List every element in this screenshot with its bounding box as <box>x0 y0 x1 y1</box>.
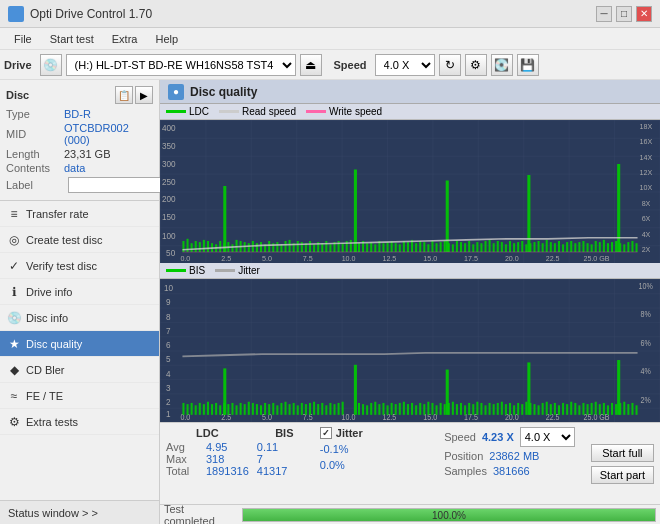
jitter-checkbox[interactable]: ✓ <box>320 427 332 439</box>
drive-select[interactable]: (H:) HL-DT-ST BD-RE WH16NS58 TST4 <box>66 54 296 76</box>
minimize-button[interactable]: ─ <box>596 6 612 22</box>
svg-rect-193 <box>252 403 254 415</box>
refresh-button[interactable]: ↻ <box>439 54 461 76</box>
menu-extra[interactable]: Extra <box>104 31 146 47</box>
svg-rect-119 <box>529 243 531 252</box>
jitter-header: Jitter <box>336 427 363 439</box>
svg-rect-66 <box>325 241 327 252</box>
drive-icon-btn[interactable]: 💿 <box>40 54 62 76</box>
nav-create-test-disc[interactable]: ◎ Create test disc <box>0 227 159 253</box>
svg-text:8: 8 <box>166 311 171 322</box>
start-full-button[interactable]: Start full <box>591 444 654 462</box>
nav-cd-bler[interactable]: ◆ CD Bler <box>0 357 159 383</box>
svg-rect-214 <box>338 403 340 415</box>
total-label-1: Total <box>166 465 202 477</box>
menu-file[interactable]: File <box>6 31 40 47</box>
nav-verify-test-disc[interactable]: ✓ Verify test disc <box>0 253 159 279</box>
svg-rect-217 <box>358 403 360 415</box>
maximize-button[interactable]: □ <box>616 6 632 22</box>
svg-rect-181 <box>207 402 209 415</box>
svg-rect-244 <box>464 405 466 415</box>
start-part-button[interactable]: Start part <box>591 466 654 484</box>
nav-drive-info[interactable]: ℹ Drive info <box>0 279 159 305</box>
svg-rect-215 <box>342 402 344 415</box>
fe-te-icon: ≈ <box>6 388 22 404</box>
svg-text:3: 3 <box>166 382 171 393</box>
nav-disc-info[interactable]: 💿 Disc info <box>0 305 159 331</box>
nav-drive-info-label: Drive info <box>26 286 72 298</box>
svg-rect-106 <box>480 243 482 252</box>
close-button[interactable]: ✕ <box>636 6 652 22</box>
disc-icon-btn-1[interactable]: 📋 <box>115 86 133 104</box>
svg-text:16X: 16X <box>640 137 653 146</box>
speed-select[interactable]: 4.0 X <box>375 54 435 76</box>
status-window-button[interactable]: Status window > > <box>0 500 159 524</box>
svg-rect-199 <box>276 405 278 415</box>
svg-rect-77 <box>366 243 368 252</box>
chart2-svg: 10 9 8 7 6 5 4 3 2 1 10% 8% 6% 4% 2% <box>160 279 660 422</box>
svg-rect-243 <box>460 403 462 415</box>
nav-transfer-rate[interactable]: ≡ Transfer rate <box>0 201 159 227</box>
svg-text:4X: 4X <box>642 229 651 238</box>
svg-rect-108 <box>489 240 491 252</box>
bis-header: BIS <box>257 427 312 439</box>
svg-rect-132 <box>582 241 584 252</box>
nav-disc-quality[interactable]: ★ Disc quality <box>0 331 159 357</box>
nav-extra-tests[interactable]: ⚙ Extra tests <box>0 409 159 435</box>
disc-mid-label: MID <box>6 128 64 140</box>
svg-rect-264 <box>542 403 544 415</box>
extra-tests-icon: ⚙ <box>6 414 22 430</box>
jitter-section: ✓ Jitter -0.1% 0.0% <box>320 427 363 500</box>
nav-transfer-rate-label: Transfer rate <box>26 208 89 220</box>
svg-rect-246 <box>472 404 474 415</box>
svg-text:2: 2 <box>166 397 171 408</box>
titlebar-title: Opti Drive Control 1.70 <box>30 7 152 21</box>
svg-text:12.5: 12.5 <box>382 254 396 263</box>
svg-rect-238 <box>444 404 446 415</box>
menu-start-test[interactable]: Start test <box>42 31 102 47</box>
svg-rect-116 <box>521 241 523 252</box>
bis-legend-item: BIS <box>166 265 205 276</box>
svg-rect-176 <box>187 404 189 415</box>
svg-rect-274 <box>582 403 584 415</box>
svg-text:6: 6 <box>166 340 171 351</box>
app-icon <box>8 6 24 22</box>
svg-rect-145 <box>631 241 633 252</box>
svg-rect-280 <box>607 405 609 415</box>
progress-text: 100.0% <box>243 509 655 523</box>
settings-button[interactable]: ⚙ <box>465 54 487 76</box>
nav-disc-info-label: Disc info <box>26 312 68 324</box>
eject-button[interactable]: ⏏ <box>300 54 322 76</box>
progress-area: Test completed 100.0% <box>160 504 660 524</box>
svg-rect-227 <box>399 403 401 415</box>
svg-rect-202 <box>289 404 291 415</box>
svg-text:250: 250 <box>162 177 176 187</box>
svg-rect-123 <box>546 240 548 252</box>
disc-info-icon: 💿 <box>6 310 22 326</box>
svg-rect-208 <box>313 402 315 415</box>
svg-rect-112 <box>505 244 507 252</box>
disc-type-value: BD-R <box>64 108 91 120</box>
speed-select-stats[interactable]: 4.0 X <box>520 427 575 447</box>
save-button[interactable]: 💾 <box>517 54 539 76</box>
svg-rect-113 <box>509 241 511 252</box>
svg-rect-191 <box>244 404 246 415</box>
svg-rect-175 <box>182 403 184 415</box>
svg-text:2X: 2X <box>642 245 651 254</box>
nav-fe-te[interactable]: ≈ FE / TE <box>0 383 159 409</box>
svg-rect-288 <box>636 405 638 415</box>
svg-rect-218 <box>362 404 364 415</box>
menu-help[interactable]: Help <box>147 31 186 47</box>
svg-rect-254 <box>505 404 507 415</box>
ldc-stats: LDC Avg 4.95 Max 318 Total 1891316 <box>166 427 249 500</box>
disc-length-label: Length <box>6 148 64 160</box>
disc-button[interactable]: 💽 <box>491 54 513 76</box>
svg-rect-220 <box>370 403 372 415</box>
svg-rect-268 <box>558 405 560 415</box>
svg-rect-236 <box>436 405 438 415</box>
svg-rect-121 <box>538 241 540 252</box>
charts-area: LDC Read speed Write speed <box>160 104 660 422</box>
disc-icon-btn-2[interactable]: ▶ <box>135 86 153 104</box>
disc-quality-icon-header: ● <box>168 84 184 100</box>
svg-rect-261 <box>529 403 531 415</box>
